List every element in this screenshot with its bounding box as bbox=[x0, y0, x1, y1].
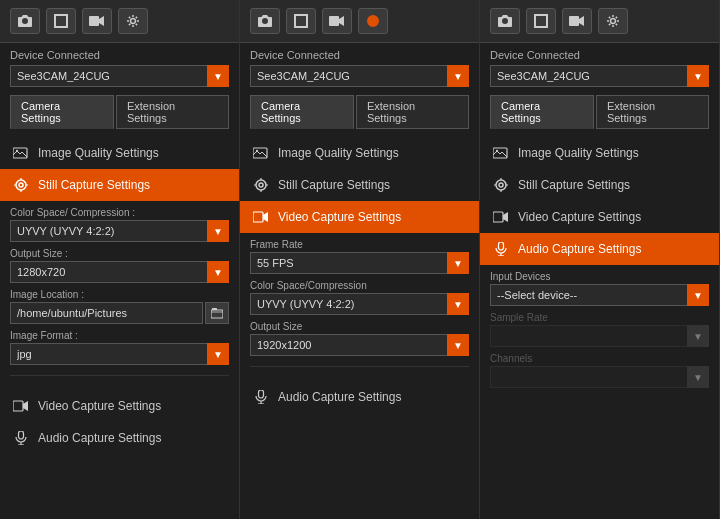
device-select-3[interactable]: See3CAM_24CUG bbox=[490, 65, 709, 87]
sample-rate-wrapper-3: ▼ bbox=[490, 325, 709, 347]
field-label-channels-3: Channels bbox=[490, 353, 709, 364]
menu-still-capture-1[interactable]: Still Capture Settings bbox=[0, 169, 239, 201]
bottom-menu-2: Audio Capture Settings bbox=[240, 373, 479, 413]
menu-video-capture-label-3: Video Capture Settings bbox=[518, 210, 641, 224]
square-button-2[interactable] bbox=[286, 8, 316, 34]
camera-button-1[interactable] bbox=[10, 8, 40, 34]
video-button-3[interactable] bbox=[562, 8, 592, 34]
svg-rect-20 bbox=[259, 390, 264, 398]
menu-image-quality-label-1: Image Quality Settings bbox=[38, 146, 159, 160]
tabs-1: Camera Settings Extension Settings bbox=[0, 91, 239, 129]
device-section-3: Device Connected See3CAM_24CUG ▼ bbox=[480, 43, 719, 91]
color-space-wrapper-1: UYVY (UYVY 4:2:2) ▼ bbox=[10, 220, 229, 242]
svg-rect-10 bbox=[19, 431, 24, 439]
image-location-input-1[interactable] bbox=[10, 302, 203, 324]
menu-video-capture-label-2: Video Capture Settings bbox=[278, 210, 401, 224]
menu-video-capture-2[interactable]: Video Capture Settings bbox=[240, 201, 479, 233]
video-button-1[interactable] bbox=[82, 8, 112, 34]
toolbar-3 bbox=[480, 0, 719, 43]
menu-still-capture-label-1: Still Capture Settings bbox=[38, 178, 150, 192]
device-select-2[interactable]: See3CAM_24CUG bbox=[250, 65, 469, 87]
image-location-browse-1[interactable] bbox=[205, 302, 229, 324]
still-capture-icon-3 bbox=[492, 176, 510, 194]
device-label-1: Device Connected bbox=[10, 49, 229, 61]
menu-still-capture-label-3: Still Capture Settings bbox=[518, 178, 630, 192]
tab-extension-settings-2[interactable]: Extension Settings bbox=[356, 95, 469, 129]
toolbar-1 bbox=[0, 0, 239, 43]
audio-capture-icon-1 bbox=[12, 429, 30, 447]
image-format-wrapper-1: jpg ▼ bbox=[10, 343, 229, 365]
image-quality-icon-3 bbox=[492, 144, 510, 162]
menu-image-quality-1[interactable]: Image Quality Settings bbox=[0, 137, 239, 169]
input-devices-select-3[interactable]: --Select device-- bbox=[490, 284, 709, 306]
form-section-1: Color Space/ Compression : UYVY (UYVY 4:… bbox=[0, 201, 239, 369]
field-label-image-location-1: Image Location : bbox=[10, 289, 229, 300]
menu-audio-capture-2[interactable]: Audio Capture Settings bbox=[240, 381, 479, 413]
menu-still-capture-2[interactable]: Still Capture Settings bbox=[240, 169, 479, 201]
device-select-wrapper-2: See3CAM_24CUG ▼ bbox=[250, 65, 469, 87]
frame-rate-select-2[interactable]: 55 FPS bbox=[250, 252, 469, 274]
tab-extension-settings-1[interactable]: Extension Settings bbox=[116, 95, 229, 129]
menu-still-capture-3[interactable]: Still Capture Settings bbox=[480, 169, 719, 201]
sample-rate-select-3[interactable] bbox=[490, 325, 709, 347]
device-select-1[interactable]: See3CAM_24CUG bbox=[10, 65, 229, 87]
settings-button-3[interactable] bbox=[598, 8, 628, 34]
field-label-output-size-1: Output Size : bbox=[10, 248, 229, 259]
output-size-select-1[interactable]: 1280x720 bbox=[10, 261, 229, 283]
channels-wrapper-3: ▼ bbox=[490, 366, 709, 388]
form-section-2: Frame Rate 55 FPS ▼ Color Space/Compress… bbox=[240, 233, 479, 360]
svg-rect-9 bbox=[13, 401, 23, 411]
record-button-2[interactable] bbox=[358, 8, 388, 34]
channels-select-3[interactable] bbox=[490, 366, 709, 388]
menu-audio-capture-label-2: Audio Capture Settings bbox=[278, 390, 401, 404]
square-button-3[interactable] bbox=[526, 8, 556, 34]
image-format-select-1[interactable]: jpg bbox=[10, 343, 229, 365]
svg-point-5 bbox=[16, 180, 26, 190]
still-capture-icon-2 bbox=[252, 176, 270, 194]
field-label-frame-rate-2: Frame Rate bbox=[250, 239, 469, 250]
svg-point-2 bbox=[131, 19, 136, 24]
tab-extension-settings-3[interactable]: Extension Settings bbox=[596, 95, 709, 129]
tab-camera-settings-3[interactable]: Camera Settings bbox=[490, 95, 594, 129]
square-button-1[interactable] bbox=[46, 8, 76, 34]
tab-camera-settings-2[interactable]: Camera Settings bbox=[250, 95, 354, 129]
field-label-color-space-2: Color Space/Compression bbox=[250, 280, 469, 291]
color-space-select-2[interactable]: UYVY (UYVY 4:2:2) bbox=[250, 293, 469, 315]
tabs-3: Camera Settings Extension Settings bbox=[480, 91, 719, 129]
menu-image-quality-3[interactable]: Image Quality Settings bbox=[480, 137, 719, 169]
svg-rect-1 bbox=[89, 16, 99, 26]
svg-rect-0 bbox=[55, 15, 67, 27]
svg-point-27 bbox=[496, 150, 498, 152]
input-devices-wrapper-3: --Select device-- ▼ bbox=[490, 284, 709, 306]
video-button-2[interactable] bbox=[322, 8, 352, 34]
video-capture-icon-3 bbox=[492, 208, 510, 226]
panel-2: Device Connected See3CAM_24CUG ▼ Camera … bbox=[240, 0, 480, 519]
menu-audio-capture-3[interactable]: Audio Capture Settings bbox=[480, 233, 719, 265]
scrollable-area-3: Image Quality Settings Still Capture Set… bbox=[480, 129, 719, 519]
tab-camera-settings-1[interactable]: Camera Settings bbox=[10, 95, 114, 129]
svg-rect-23 bbox=[535, 15, 547, 27]
image-quality-icon-1 bbox=[12, 144, 30, 162]
camera-button-2[interactable] bbox=[250, 8, 280, 34]
settings-button-1[interactable] bbox=[118, 8, 148, 34]
field-label-output-size-2: Output Size bbox=[250, 321, 469, 332]
menu-video-capture-1[interactable]: Video Capture Settings bbox=[0, 390, 239, 422]
field-label-input-devices-3: Input Devices bbox=[490, 271, 709, 282]
scrollable-area-1: Image Quality Settings Still Capture Set… bbox=[0, 129, 239, 519]
menu-items-2: Image Quality Settings Still Capture Set… bbox=[240, 129, 479, 233]
device-label-2: Device Connected bbox=[250, 49, 469, 61]
camera-button-3[interactable] bbox=[490, 8, 520, 34]
field-label-color-space-1: Color Space/ Compression : bbox=[10, 207, 229, 218]
color-space-wrapper-2: UYVY (UYVY 4:2:2) ▼ bbox=[250, 293, 469, 315]
svg-rect-19 bbox=[253, 212, 263, 222]
svg-rect-8 bbox=[212, 308, 217, 310]
color-space-select-1[interactable]: UYVY (UYVY 4:2:2) bbox=[10, 220, 229, 242]
menu-image-quality-2[interactable]: Image Quality Settings bbox=[240, 137, 479, 169]
svg-rect-7 bbox=[211, 310, 223, 318]
menu-audio-capture-1[interactable]: Audio Capture Settings bbox=[0, 422, 239, 454]
menu-video-capture-3[interactable]: Video Capture Settings bbox=[480, 201, 719, 233]
output-size-select-2[interactable]: 1920x1200 bbox=[250, 334, 469, 356]
scrollable-area-2: Image Quality Settings Still Capture Set… bbox=[240, 129, 479, 519]
still-capture-icon-1 bbox=[12, 176, 30, 194]
frame-rate-wrapper-2: 55 FPS ▼ bbox=[250, 252, 469, 274]
